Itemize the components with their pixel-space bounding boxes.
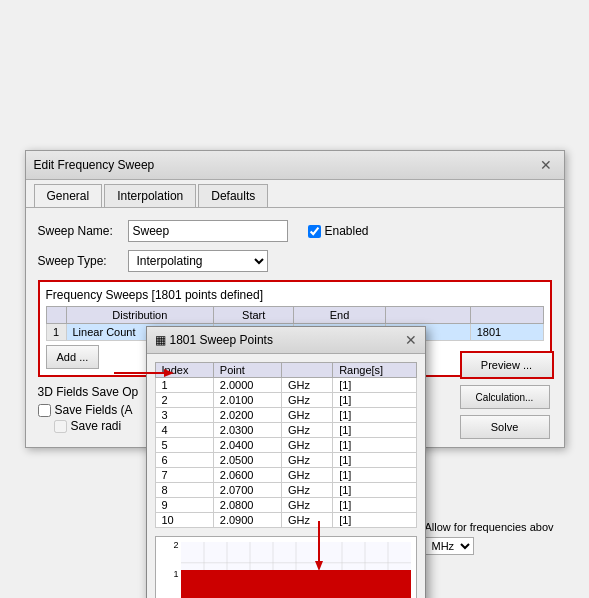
annotation-arrow-2 [309, 521, 329, 574]
cell-points-count: 1801 [470, 324, 543, 341]
popup-cell-range: [1] [333, 468, 416, 483]
window-close-button[interactable]: ✕ [536, 157, 556, 173]
add-button[interactable]: Add ... [46, 345, 100, 369]
popup-table-row[interactable]: 7 2.0600 GHz [1] [155, 468, 416, 483]
popup-table-row[interactable]: 6 2.0500 GHz [1] [155, 453, 416, 468]
chart-y-axis: 2 1 0 [156, 537, 181, 598]
enabled-checkbox[interactable] [308, 225, 321, 238]
enabled-label: Enabled [325, 224, 369, 238]
popup-table-row[interactable]: 10 2.0900 GHz [1] [155, 513, 416, 528]
popup-title-bar: ▦ 1801 Sweep Points ✕ [147, 327, 425, 354]
solve-button[interactable]: Solve [460, 415, 550, 439]
sweep-type-select[interactable]: Interpolating [128, 250, 268, 272]
allow-freq-section: Allow for frequencies abov MHz [424, 521, 553, 555]
arrow-svg-1 [114, 363, 174, 383]
chart-area: 2 1 0 [155, 536, 417, 598]
calculation-button[interactable]: Calculation... [460, 385, 550, 409]
popup-cell-unit: GHz [282, 483, 333, 498]
preview-button[interactable]: Preview ... [462, 353, 552, 377]
popup-table-row[interactable]: 3 2.0200 GHz [1] [155, 408, 416, 423]
popup-table-row[interactable]: 4 2.0300 GHz [1] [155, 423, 416, 438]
popup-title: ▦ 1801 Sweep Points [155, 333, 273, 347]
popup-cell-range: [1] [333, 393, 416, 408]
popup-cell-point: 2.0700 [213, 483, 281, 498]
popup-table-row[interactable]: 9 2.0800 GHz [1] [155, 498, 416, 513]
popup-cell-unit: GHz [282, 498, 333, 513]
popup-cell-index: 8 [155, 483, 213, 498]
col-start-header: Start [214, 307, 294, 324]
popup-close-button[interactable]: ✕ [405, 332, 417, 348]
popup-table-row[interactable]: 1 2.0000 GHz [1] [155, 378, 416, 393]
popup-col-unit [282, 363, 333, 378]
popup-cell-index: 9 [155, 498, 213, 513]
sweep-name-input[interactable] [128, 220, 288, 242]
tab-defaults[interactable]: Defaults [198, 184, 268, 207]
annotation-arrow-1 [114, 363, 174, 386]
window-title: Edit Frequency Sweep [34, 158, 155, 172]
col-end-header: End [294, 307, 386, 324]
popup-col-range: Range[s] [333, 363, 416, 378]
col-points-header [385, 307, 470, 324]
save-fields-label: Save Fields (A [55, 403, 133, 417]
svg-marker-12 [164, 369, 174, 377]
popup-cell-index: 7 [155, 468, 213, 483]
popup-table-row[interactable]: 5 2.0400 GHz [1] [155, 438, 416, 453]
preview-btn-box: Preview ... [460, 351, 554, 379]
popup-cell-point: 2.0900 [213, 513, 281, 528]
popup-cell-range: [1] [333, 513, 416, 528]
enabled-checkbox-label: Enabled [308, 224, 369, 238]
popup-cell-unit: GHz [282, 438, 333, 453]
popup-cell-unit: GHz [282, 453, 333, 468]
cell-row-num: 1 [46, 324, 66, 341]
svg-marker-14 [315, 561, 323, 571]
sweep-name-label: Sweep Name: [38, 224, 128, 238]
sweep-points-dialog: ▦ 1801 Sweep Points ✕ Index Point Range[… [146, 326, 426, 598]
popup-icon: ▦ [155, 333, 166, 347]
sweep-type-row: Sweep Type: Interpolating [38, 250, 552, 272]
popup-table-header: Index Point Range[s] [155, 363, 416, 378]
popup-cell-index: 6 [155, 453, 213, 468]
popup-cell-range: [1] [333, 438, 416, 453]
popup-cell-unit: GHz [282, 378, 333, 393]
tab-general[interactable]: General [34, 184, 103, 207]
popup-cell-range: [1] [333, 498, 416, 513]
freq-unit-select[interactable]: MHz [424, 537, 474, 555]
popup-cell-unit: GHz [282, 468, 333, 483]
tabs-bar: General Interpolation Defaults [26, 180, 564, 208]
popup-table: Index Point Range[s] 1 2.0000 GHz [1] 2 … [155, 362, 417, 528]
save-fields-checkbox[interactable] [38, 404, 51, 417]
popup-cell-index: 4 [155, 423, 213, 438]
right-buttons-panel: Preview ... Calculation... Solve [460, 351, 554, 439]
popup-table-row[interactable]: 8 2.0700 GHz [1] [155, 483, 416, 498]
popup-cell-point: 2.0800 [213, 498, 281, 513]
popup-cell-unit: GHz [282, 408, 333, 423]
popup-cell-index: 2 [155, 393, 213, 408]
popup-cell-range: [1] [333, 378, 416, 393]
sweep-type-label: Sweep Type: [38, 254, 128, 268]
table-header-row: Distribution Start End [46, 307, 543, 324]
popup-table-row[interactable]: 2 2.0100 GHz [1] [155, 393, 416, 408]
save-radi-checkbox[interactable] [54, 420, 67, 433]
popup-cell-unit: GHz [282, 423, 333, 438]
popup-cell-index: 10 [155, 513, 213, 528]
chart-y-label-1: 1 [173, 569, 178, 579]
title-bar: Edit Frequency Sweep ✕ [26, 151, 564, 180]
chart-bar [181, 570, 411, 598]
popup-cell-unit: GHz [282, 393, 333, 408]
popup-content: Index Point Range[s] 1 2.0000 GHz [1] 2 … [147, 354, 425, 598]
popup-cell-point: 2.0600 [213, 468, 281, 483]
chart-y-label-2: 2 [173, 540, 178, 550]
freq-sweeps-title: Frequency Sweeps [1801 points defined] [46, 288, 544, 302]
popup-cell-range: [1] [333, 423, 416, 438]
popup-col-point: Point [213, 363, 281, 378]
popup-cell-range: [1] [333, 483, 416, 498]
col-distribution-header: Distribution [66, 307, 214, 324]
popup-cell-range: [1] [333, 453, 416, 468]
chart-plot-area [181, 542, 411, 598]
popup-cell-index: 5 [155, 438, 213, 453]
popup-cell-point: 2.0200 [213, 408, 281, 423]
tab-interpolation[interactable]: Interpolation [104, 184, 196, 207]
save-radi-label: Save radi [71, 419, 122, 433]
allow-freq-label: Allow for frequencies abov [424, 521, 553, 533]
col-count-header [470, 307, 543, 324]
